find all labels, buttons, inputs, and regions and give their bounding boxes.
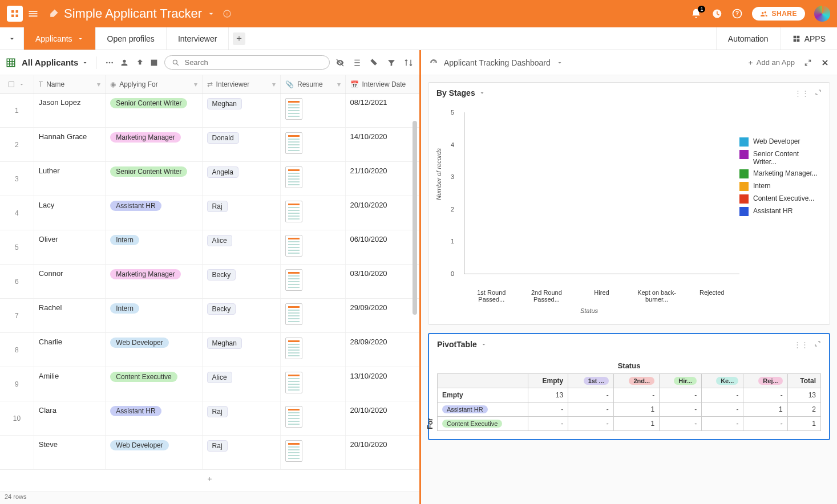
people-icon[interactable] [120,58,129,67]
table-row[interactable]: 2Hannah GraceMarketing ManagerDonald14/1… [0,128,419,162]
chevron-down-icon[interactable] [207,9,216,18]
legend-item[interactable]: Senior Content Writer... [739,150,819,166]
expand-icon[interactable] [814,340,821,349]
cell-date[interactable]: 20/10/2020 [346,196,419,230]
cell-date[interactable]: 03/10/2020 [346,265,419,298]
cell-applying-for[interactable]: Assistant HR [106,401,202,435]
cell-applying-for[interactable]: Web Developer [106,333,202,367]
cell-applying-for[interactable]: Content Executive [106,367,202,401]
cell-applying-for[interactable]: Assistant HR [106,196,202,230]
chevron-down-icon[interactable] [479,90,486,96]
cell-interviewer[interactable]: Raj [203,436,281,469]
hide-fields-icon[interactable] [335,58,345,67]
cell-interviewer[interactable]: Meghan [203,333,281,367]
cell-date[interactable]: 13/10/2020 [346,367,419,401]
cell-name[interactable]: Jason Lopez [34,94,106,127]
sort-icon[interactable] [404,58,413,67]
cell-interviewer[interactable]: Alice [203,230,281,264]
table-row[interactable]: 7RachelInternBecky29/09/2020 [0,299,419,333]
table-row[interactable]: 1Jason LopezSenior Content WriterMeghan0… [0,94,419,128]
pivot-card[interactable]: PivotTable ⋮⋮ Status Empty1st ...2nd...H… [428,333,830,440]
dashboard-title[interactable]: Applicant Tracking Dashboard [444,58,551,67]
color-icon[interactable] [149,58,159,67]
workspace-title-wrap[interactable]: Simple Applicant Tracker i [64,6,232,21]
attachment-thumbnail[interactable] [285,406,302,428]
design-icon[interactable] [48,8,59,19]
close-dashboard-icon[interactable] [821,59,829,67]
apps-button[interactable]: APPS [780,27,837,50]
cell-resume[interactable] [281,162,346,196]
info-icon[interactable]: i [223,9,232,18]
table-row[interactable]: SteveWeb DeveloperRaj20/10/2020 [0,436,419,470]
share-button[interactable]: SHARE [752,7,805,21]
table-row[interactable]: 3LutherSenior Content WriterAngela21/10/… [0,162,419,196]
cell-interviewer[interactable]: Alice [203,367,281,401]
add-table-button[interactable]: ＋ [229,27,249,50]
cell-interviewer[interactable]: Meghan [203,94,281,127]
cell-interviewer[interactable]: Becky [203,299,281,332]
attachment-thumbnail[interactable] [285,372,302,393]
cell-date[interactable]: 20/10/2020 [346,436,419,469]
help-icon[interactable]: ? [731,8,743,19]
cell-applying-for[interactable]: Intern [106,230,202,264]
table-row[interactable]: 8CharlieWeb DeveloperMeghan28/09/2020 [0,333,419,367]
tables-dropdown[interactable] [0,27,24,50]
legend-item[interactable]: Assistant HR [739,207,819,216]
view-switcher[interactable]: All Applicants [22,58,88,67]
cell-applying-for[interactable]: Web Developer [106,436,202,469]
more-options-icon[interactable] [105,58,114,67]
cell-interviewer[interactable]: Donald [203,128,281,161]
cell-name[interactable]: Lacy [34,196,106,230]
cell-applying-for[interactable]: Marketing Manager [106,128,202,161]
app-logo[interactable] [7,6,23,22]
search-input[interactable] [184,58,322,67]
menu-icon[interactable] [27,8,39,19]
expand-icon[interactable] [815,89,822,97]
tab-open-profiles[interactable]: Open profiles [96,27,167,50]
scrollbar[interactable] [413,121,418,481]
cell-resume[interactable] [281,265,346,298]
attachment-thumbnail[interactable] [285,338,302,359]
table-row[interactable]: 4LacyAssistant HRRaj20/10/2020 [0,196,419,230]
cell-name[interactable]: Amilie [34,367,106,401]
drag-handle-icon[interactable]: ⋮⋮ [794,340,808,349]
filter-icon[interactable] [387,58,396,67]
cell-name[interactable]: Steve [34,436,106,469]
table-row[interactable]: 10ClaraAssistant HRRaj20/10/2020 [0,401,419,436]
cell-resume[interactable] [281,196,346,230]
column-resume[interactable]: 📎Resume▾ [281,75,346,93]
chevron-down-icon[interactable] [480,341,487,348]
grid-view-icon[interactable] [6,58,16,68]
legend-item[interactable]: Intern [739,182,819,191]
attachment-thumbnail[interactable] [285,303,302,325]
add-row-button[interactable]: ＋ [0,470,419,488]
cell-name[interactable]: Hannah Grace [34,128,106,161]
row-height-icon[interactable] [353,58,362,67]
drag-handle-icon[interactable]: ⋮⋮ [794,89,809,97]
table-row[interactable]: 5OliverInternAlice06/10/2020 [0,230,419,265]
table-row[interactable]: 9AmilieContent ExecutiveAlice13/10/2020 [0,367,419,401]
cell-name[interactable]: Rachel [34,299,106,332]
legend-item[interactable]: Content Executive... [739,194,819,204]
cell-resume[interactable] [281,94,346,127]
tab-interviewer[interactable]: Interviewer [167,27,229,50]
attachment-thumbnail[interactable] [285,201,302,222]
automation-button[interactable]: Automation [716,27,780,50]
attachment-thumbnail[interactable] [285,440,302,462]
cell-resume[interactable] [281,436,346,469]
chevron-down-icon[interactable] [556,59,563,66]
cell-interviewer[interactable]: Angela [203,162,281,196]
search-input-wrap[interactable] [164,55,330,70]
cell-date[interactable]: 21/10/2020 [346,162,419,196]
cell-name[interactable]: Charlie [34,333,106,367]
attachment-thumbnail[interactable] [285,132,302,154]
legend-item[interactable]: Marketing Manager... [739,169,819,178]
share-view-icon[interactable] [135,58,144,67]
cell-date[interactable]: 14/10/2020 [346,128,419,161]
cell-name[interactable]: Luther [34,162,106,196]
cell-resume[interactable] [281,367,346,401]
attachment-thumbnail[interactable] [285,235,302,257]
attachment-thumbnail[interactable] [285,269,302,291]
select-all-column[interactable] [0,75,34,93]
paint-icon[interactable] [370,58,379,67]
